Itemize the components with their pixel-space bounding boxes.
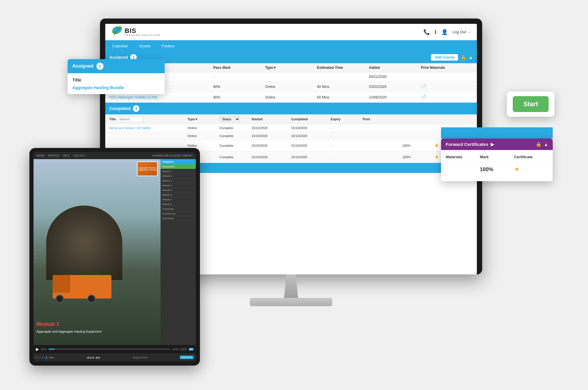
- arrow-down-1[interactable]: ˅: [35, 244, 36, 248]
- home-icon[interactable]: ⌂: [39, 356, 41, 359]
- info-icon[interactable]: ℹ: [435, 29, 437, 35]
- progress-bar[interactable]: [49, 349, 171, 350]
- dirt-pile: [46, 206, 122, 280]
- thumbnail-label: Aggregate Hauling Equipment Training: [138, 166, 157, 171]
- start-big-button[interactable]: Start: [513, 96, 549, 112]
- c-row-type-2: Online: [188, 134, 218, 138]
- user-icon[interactable]: 👤: [441, 29, 448, 35]
- chapter-module1[interactable]: Module 1: [161, 169, 196, 174]
- assigned-actions: Add Course 🔒 ▲: [431, 54, 473, 61]
- completed-table-row: Online Complete 15/10/2020 15/10/2020 -: [105, 132, 477, 140]
- pdf-icon-1[interactable]: 📄: [421, 84, 473, 89]
- completed-col-completed: Completed: [291, 117, 330, 121]
- row-type-3: Online: [265, 95, 317, 99]
- popup-col-materials: Materials: [446, 155, 480, 159]
- phone-icon[interactable]: 📞: [423, 29, 430, 35]
- popup-table-header: Materials Mark Certificate: [446, 155, 548, 162]
- chapter-module4[interactable]: Module 4: [161, 183, 196, 188]
- close-icon[interactable]: ✕: [42, 356, 44, 359]
- forward-section-header: [441, 127, 553, 139]
- arrow-up-1[interactable]: ˄: [35, 240, 36, 244]
- row-added-3: 12/08/2020: [369, 95, 421, 99]
- video-thumbnail-box: Aggregate Hauling Equipment Training: [137, 161, 158, 176]
- completed-col-status[interactable]: Status Complete: [219, 116, 250, 122]
- chevron-up-icon[interactable]: ▲: [469, 55, 473, 60]
- play-pause-button[interactable]: ▶: [92, 356, 95, 359]
- chapter-module7[interactable]: Module 7: [161, 197, 196, 202]
- chapter-module2[interactable]: Module 2: [161, 174, 196, 179]
- type-dropdown-icon[interactable]: ▾: [274, 66, 275, 70]
- materials-button[interactable]: Materials ⊠: [180, 356, 193, 359]
- popup-mark-value: 100%: [480, 166, 514, 173]
- row-pass-2: 80%: [213, 85, 265, 89]
- dropdown-title: Assigned: [72, 64, 93, 69]
- chapter-module3[interactable]: Module 3: [161, 179, 196, 183]
- chapter-module8[interactable]: Module 8: [161, 202, 196, 207]
- refresh-icon[interactable]: ↺: [36, 356, 38, 359]
- c-row-completed-3: 15/10/2020: [291, 144, 330, 147]
- chapter-module5[interactable]: Module 5: [161, 188, 196, 193]
- tablet-nav-help[interactable]: HELP: [63, 154, 70, 157]
- pdf-icon-2[interactable]: 📄: [421, 94, 473, 100]
- chapter-conclusion[interactable]: Conclusion: [161, 207, 196, 211]
- row-title-3[interactable]: H2S (Hydrogen Sulfide) (CAN): [109, 95, 213, 99]
- arrow-up-2[interactable]: ˄: [35, 249, 36, 252]
- wheel-2: [87, 295, 96, 303]
- dropdown-item-bundle[interactable]: Aggregate Hauling Bundle: [72, 85, 160, 90]
- chapter-competency[interactable]: Competency: [161, 211, 196, 216]
- tablet: HOME PROFILE HELP LOG OUT AGGREGATE HAUL…: [29, 148, 200, 366]
- video-nav-arrows: ˄ ˅ ˄ ˅ ˄ ˅: [35, 240, 36, 264]
- arrow-down-3[interactable]: ˅: [35, 261, 36, 264]
- tablet-video-area: Aggregate Hauling Equipment Training Mod…: [34, 159, 196, 345]
- completed-table-row: Aerial and Scissor Lift Safety Online Co…: [105, 124, 477, 132]
- status-select[interactable]: Status Complete: [219, 116, 240, 122]
- tablet-nav-profile[interactable]: PROFILE: [48, 154, 59, 157]
- play-button[interactable]: ▶: [36, 347, 39, 351]
- nav-assets[interactable]: Assets: [138, 40, 152, 51]
- forward-chevron-icon[interactable]: ▲: [544, 142, 548, 147]
- col-pass-mark: Pass Mark: [213, 66, 265, 70]
- popup-col-mark: Mark: [480, 155, 514, 159]
- completed-col-started: Started: [251, 117, 290, 121]
- popup-cert-star[interactable]: ✦: [514, 165, 548, 174]
- completed-label: Completed: [109, 106, 131, 111]
- time-current: 00:04: [41, 348, 47, 351]
- popup-table-row: 100% ✦: [446, 162, 548, 176]
- arrow-up-3[interactable]: ˄: [35, 257, 36, 260]
- time-total: 09:26: [172, 348, 178, 351]
- prev-button[interactable]: ◀◀: [86, 356, 91, 359]
- forward-arrow-icon: ▶: [491, 142, 494, 147]
- forward-lock-icon[interactable]: 🔒: [536, 141, 542, 147]
- lock-icon[interactable]: 🔒: [460, 55, 466, 60]
- row-added-2: 03/02/2020: [369, 85, 421, 89]
- chapter-introduction[interactable]: Introduction: [161, 164, 196, 169]
- c-row-status-4: Complete: [219, 155, 250, 159]
- tablet-nav-logout[interactable]: LOG OUT: [73, 154, 85, 157]
- c-row-title-1[interactable]: Aerial and Scissor Lift Safety: [109, 126, 186, 130]
- next-button[interactable]: ▶▶: [96, 356, 101, 359]
- completed-section-bar: Completed 4: [105, 103, 477, 114]
- nav-calendar[interactable]: Calendar: [111, 40, 129, 51]
- type-dropdown-icon-2[interactable]: ▾: [196, 117, 197, 121]
- row-added-1: 04/21/2020: [369, 75, 421, 79]
- nav-folders[interactable]: Folders: [161, 40, 176, 51]
- chapter-module6[interactable]: Module 6: [161, 193, 196, 197]
- chapter-final-exam[interactable]: Final Exam: [161, 216, 196, 221]
- completed-title: Completed 4: [109, 105, 139, 112]
- forward-popup-title: Forward Certificates ▶: [446, 142, 494, 147]
- search-input[interactable]: [117, 116, 143, 122]
- arrow-down-2[interactable]: ˅: [35, 253, 36, 256]
- tablet-nav-home[interactable]: HOME: [36, 154, 44, 157]
- row-time-3: 60 Mins: [317, 95, 369, 99]
- forward-cert-label: Forward Certificates: [446, 142, 488, 147]
- add-course-button[interactable]: Add Course: [431, 54, 458, 61]
- col-type[interactable]: Type ▾: [265, 66, 317, 70]
- col-print-materials: Print Materials: [421, 66, 473, 70]
- truck-wheels: [56, 295, 96, 303]
- dropdown-body: Title Aggregate Hauling Bundle: [68, 73, 165, 94]
- forward-popup-actions: 🔒 ▲: [536, 141, 548, 147]
- logout-button[interactable]: Log Out →: [452, 30, 471, 34]
- col-added: Added: [369, 66, 421, 70]
- completed-col-type[interactable]: Type ▾: [188, 117, 218, 121]
- c-row-mark-3: 100%: [402, 144, 433, 147]
